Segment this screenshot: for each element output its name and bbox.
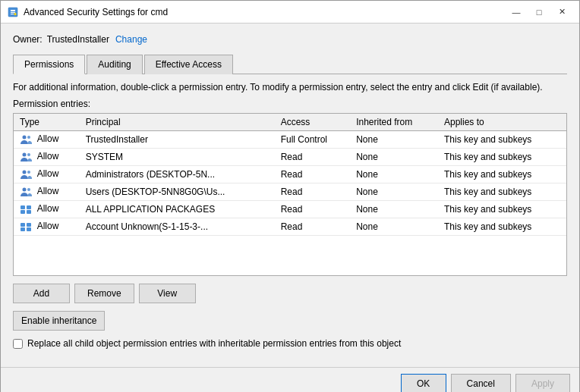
cell-access: Full Control <box>275 131 351 149</box>
type-value: Allow <box>37 186 59 196</box>
svg-point-4 <box>23 153 27 157</box>
cell-access: Read <box>275 201 351 218</box>
cell-type: Allow <box>14 201 80 218</box>
svg-rect-10 <box>20 205 25 209</box>
window-controls: — □ ✕ <box>505 1 573 24</box>
tab-effective-access[interactable]: Effective Access <box>144 55 233 74</box>
cell-applies-to: This key and subkeys <box>438 218 566 236</box>
row-icon <box>20 186 32 198</box>
enable-inheritance-button[interactable]: Enable inheritance <box>13 311 105 331</box>
apply-button[interactable]: Apply <box>515 374 570 392</box>
replace-checkbox[interactable] <box>13 339 23 349</box>
svg-rect-11 <box>27 205 31 209</box>
dialog-footer: OK Cancel Apply <box>1 367 579 392</box>
row-icon <box>20 168 32 180</box>
owner-value: TrustedInstaller <box>47 34 109 45</box>
change-owner-link[interactable]: Change <box>115 34 147 45</box>
table-row[interactable]: Allow TrustedInstaller Full Control None… <box>14 131 566 149</box>
table-row[interactable]: Allow Administrators (DESKTOP-5N... Read… <box>14 166 566 183</box>
svg-rect-13 <box>27 210 31 214</box>
cell-inherited-from: None <box>350 201 438 218</box>
svg-rect-14 <box>20 223 25 227</box>
cell-principal: TrustedInstaller <box>80 131 275 149</box>
row-icon <box>20 203 32 215</box>
svg-rect-17 <box>27 227 31 231</box>
cell-type: Allow <box>14 166 80 183</box>
cell-applies-to: This key and subkeys <box>438 201 566 218</box>
info-text: For additional information, double-click… <box>13 82 567 93</box>
cell-applies-to: This key and subkeys <box>438 183 566 201</box>
table-header-row: Type Principal Access Inherited from App… <box>14 114 566 131</box>
owner-row: Owner: TrustedInstaller Change <box>13 34 567 45</box>
cell-applies-to: This key and subkeys <box>438 131 566 149</box>
row-icon <box>20 221 32 233</box>
replace-checkbox-row: Replace all child object permission entr… <box>13 338 567 349</box>
cell-principal: SYSTEM <box>80 149 275 166</box>
title-bar: Advanced Security Settings for cmd — □ ✕ <box>1 1 579 24</box>
maximize-button[interactable]: □ <box>528 1 550 24</box>
cell-inherited-from: None <box>350 183 438 201</box>
svg-point-6 <box>23 171 27 174</box>
svg-rect-16 <box>20 227 25 231</box>
svg-point-8 <box>23 188 27 192</box>
cell-type: Allow <box>14 131 80 149</box>
svg-rect-12 <box>20 210 25 214</box>
cell-type: Allow <box>14 149 80 166</box>
permission-table-wrapper: Type Principal Access Inherited from App… <box>13 113 567 276</box>
table-row[interactable]: Allow ALL APPLICATION PACKAGES Read None… <box>14 201 566 218</box>
svg-point-2 <box>23 136 27 140</box>
col-header-principal: Principal <box>80 114 275 131</box>
spacer-row <box>14 256 566 275</box>
cell-applies-to: This key and subkeys <box>438 149 566 166</box>
col-header-applies-to: Applies to <box>438 114 566 131</box>
cell-access: Read <box>275 166 351 183</box>
svg-point-5 <box>27 153 30 156</box>
col-header-type: Type <box>14 114 80 131</box>
col-header-access: Access <box>275 114 351 131</box>
svg-rect-15 <box>27 223 31 227</box>
cell-access: Read <box>275 149 351 166</box>
svg-point-3 <box>27 136 30 139</box>
action-buttons: Add Remove View <box>13 284 567 303</box>
svg-point-9 <box>27 188 30 191</box>
cell-access: Read <box>275 183 351 201</box>
owner-label: Owner: <box>13 34 43 45</box>
main-window: Advanced Security Settings for cmd — □ ✕… <box>0 0 580 392</box>
cell-principal: Account Unknown(S-1-15-3-... <box>80 218 275 236</box>
add-button[interactable]: Add <box>13 284 70 303</box>
replace-checkbox-label: Replace all child object permission entr… <box>27 338 401 349</box>
type-value: Allow <box>37 203 59 214</box>
tab-auditing[interactable]: Auditing <box>87 55 142 74</box>
minimize-button[interactable]: — <box>505 1 528 24</box>
cell-applies-to: This key and subkeys <box>438 166 566 183</box>
cell-type: Allow <box>14 218 80 236</box>
dialog-content: Owner: TrustedInstaller Change Permissio… <box>1 24 579 367</box>
section-label: Permission entries: <box>13 99 567 109</box>
cell-principal: Administrators (DESKTOP-5N... <box>80 166 275 183</box>
svg-point-7 <box>27 171 30 174</box>
table-row[interactable]: Allow SYSTEM Read None This key and subk… <box>14 149 566 166</box>
permission-table: Type Principal Access Inherited from App… <box>14 114 566 275</box>
tab-permissions[interactable]: Permissions <box>13 55 85 74</box>
cell-inherited-from: None <box>350 218 438 236</box>
table-row[interactable]: Allow Users (DESKTOP-5NN8G0G\Us... Read … <box>14 183 566 201</box>
type-value: Allow <box>37 221 59 231</box>
close-button[interactable]: ✕ <box>550 1 573 24</box>
type-value: Allow <box>37 151 59 162</box>
cancel-button[interactable]: Cancel <box>451 374 511 392</box>
cell-inherited-from: None <box>350 131 438 149</box>
type-value: Allow <box>37 133 59 144</box>
window-title: Advanced Security Settings for cmd <box>24 7 505 17</box>
cell-access: Read <box>275 218 351 236</box>
cell-principal: Users (DESKTOP-5NN8G0G\Us... <box>80 183 275 201</box>
spacer-row <box>14 236 566 256</box>
cell-principal: ALL APPLICATION PACKAGES <box>80 201 275 218</box>
table-row[interactable]: Allow Account Unknown(S-1-15-3-... Read … <box>14 218 566 236</box>
cell-type: Allow <box>14 183 80 201</box>
view-button[interactable]: View <box>139 284 196 303</box>
remove-button[interactable]: Remove <box>74 284 134 303</box>
ok-button[interactable]: OK <box>401 374 446 392</box>
window-icon <box>7 6 19 18</box>
cell-inherited-from: None <box>350 166 438 183</box>
col-header-inherited-from: Inherited from <box>350 114 438 131</box>
